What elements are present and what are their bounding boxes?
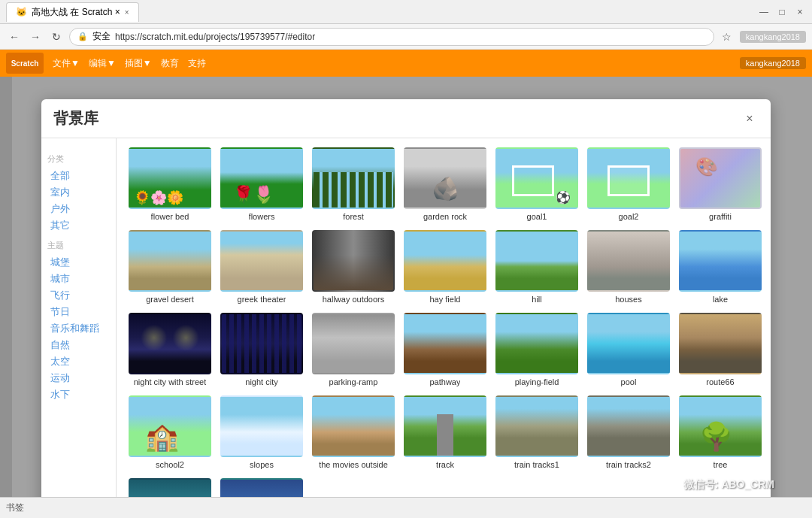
sidebar-item-castle[interactable]: 城堡 — [47, 254, 110, 271]
minimize-button[interactable]: — — [758, 6, 770, 18]
tab-close-button[interactable]: × — [125, 8, 129, 17]
grid-item-movies-outside[interactable]: the movies outside — [312, 395, 395, 469]
item-label-hay-field: hay field — [430, 295, 461, 304]
grid-item-train-tracks1[interactable]: train tracks1 — [495, 395, 578, 469]
grid-item-gravel-desert[interactable]: gravel desert — [129, 230, 211, 304]
item-thumb-flowers — [220, 147, 303, 209]
item-thumb-graffiti — [679, 147, 762, 209]
item-label-flower-bed: flower bed — [151, 212, 189, 221]
sidebar-item-music-dance[interactable]: 音乐和舞蹈 — [47, 320, 110, 337]
categories-section-title: 分类 — [47, 153, 110, 165]
security-label: 安全 — [92, 30, 111, 43]
menu-education[interactable]: 教育 — [158, 56, 182, 71]
scratch-toolbar-right: kangkang2018 — [740, 57, 806, 69]
item-label-track: track — [436, 460, 454, 469]
user-badge[interactable]: kangkang2018 — [740, 31, 806, 43]
sidebar-item-underwater[interactable]: 水下 — [47, 386, 110, 403]
grid-item-playing-field[interactable]: playing-field — [495, 313, 578, 386]
reload-button[interactable]: ↻ — [48, 29, 65, 45]
sidebar-item-city[interactable]: 城市 — [47, 271, 110, 287]
grid-item-pool[interactable]: pool — [587, 313, 670, 386]
grid-item-track[interactable]: track — [404, 395, 486, 469]
status-label: 书签 — [6, 501, 24, 514]
grid-item-goal2[interactable]: goal2 — [587, 147, 670, 221]
scratch-logo[interactable]: Scratch — [6, 53, 44, 74]
item-thumb-playing-field — [495, 313, 578, 374]
grid-item-lake[interactable]: lake — [679, 230, 762, 304]
editor-area: 背景库 × 分类 全部 室内 户外 其它 主题 城堡 城市 飞行 节日 — [0, 77, 812, 518]
item-label-gravel-desert: gravel desert — [146, 295, 194, 304]
grid-item-graffiti[interactable]: graffiti — [679, 147, 762, 221]
sidebar-item-nature[interactable]: 自然 — [47, 337, 110, 353]
maximize-button[interactable]: □ — [776, 6, 788, 18]
item-thumb-route66 — [679, 313, 762, 374]
grid-item-night-city-with-street[interactable]: night city with street — [129, 313, 211, 386]
grid-item-garden-rock[interactable]: garden rock — [404, 147, 486, 221]
sidebar-item-space[interactable]: 太空 — [47, 353, 110, 370]
menu-file[interactable]: 文件▼ — [50, 56, 83, 71]
item-label-movies-outside: the movies outside — [319, 460, 388, 469]
background-library-modal: 背景库 × 分类 全部 室内 户外 其它 主题 城堡 城市 飞行 节日 — [41, 99, 771, 518]
modal-close-button[interactable]: × — [741, 110, 759, 128]
grid-item-flower-bed[interactable]: flower bed — [129, 147, 211, 221]
grid-item-night-city[interactable]: night city — [220, 313, 303, 386]
item-label-pathway: pathway — [430, 377, 461, 386]
sidebar-item-other[interactable]: 其它 — [47, 217, 110, 234]
grid-item-greek-theater[interactable]: greek theater — [220, 230, 303, 304]
item-thumb-hallway-outdoors — [312, 230, 395, 292]
grid-item-hay-field[interactable]: hay field — [404, 230, 486, 304]
url-bar[interactable]: 🔒 安全 https://scratch.mit.edu/projects/19… — [69, 28, 714, 46]
tab-title: 高地大战 在 Scratch × — [32, 6, 120, 19]
item-thumb-night-city-with-street — [129, 313, 211, 374]
browser-tab[interactable]: 🐱 高地大战 在 Scratch × × — [6, 2, 139, 22]
item-thumb-train-tracks1 — [495, 395, 578, 457]
item-thumb-parking-ramp — [312, 313, 395, 374]
sidebar-item-indoor[interactable]: 室内 — [47, 184, 110, 201]
item-thumb-greek-theater — [220, 230, 303, 292]
bookmark-star-icon[interactable]: ☆ — [719, 29, 735, 45]
grid-item-pathway[interactable]: pathway — [404, 313, 486, 386]
security-icon: 🔒 — [77, 32, 88, 41]
grid-item-goal1[interactable]: goal1 — [495, 147, 578, 221]
item-thumb-slopes — [220, 395, 303, 457]
item-label-forest: forest — [343, 212, 364, 221]
grid-item-parking-ramp[interactable]: parking-ramp — [312, 313, 395, 386]
grid-item-flowers[interactable]: flowers — [220, 147, 303, 221]
item-thumb-garden-rock — [404, 147, 486, 209]
grid-item-slopes[interactable]: slopes — [220, 395, 303, 469]
grid-item-houses[interactable]: houses — [587, 230, 670, 304]
back-button[interactable]: ← — [6, 29, 23, 45]
status-bar: 书签 — [0, 497, 812, 518]
sidebar-item-festival[interactable]: 节日 — [47, 304, 110, 320]
menu-tutorial[interactable]: 插图▼ — [122, 56, 155, 71]
grid-item-tree[interactable]: tree — [679, 395, 762, 469]
grid-item-route66[interactable]: route66 — [679, 313, 762, 386]
grid-item-forest[interactable]: forest — [312, 147, 395, 221]
sidebar-item-flying[interactable]: 飞行 — [47, 287, 110, 304]
library-content: flower bedflowersforestgarden rockgoal1g… — [117, 138, 771, 518]
tab-favicon: 🐱 — [16, 7, 27, 17]
menu-support[interactable]: 支持 — [185, 56, 209, 71]
item-label-tree: tree — [714, 460, 728, 469]
scratch-user-badge[interactable]: kangkang2018 — [740, 57, 806, 69]
address-bar: ← → ↻ 🔒 安全 https://scratch.mit.edu/proje… — [0, 24, 812, 50]
item-thumb-school2 — [129, 395, 211, 457]
item-thumb-night-city — [220, 313, 303, 374]
menu-edit[interactable]: 编辑▼ — [86, 56, 119, 71]
item-thumb-forest — [312, 147, 395, 209]
item-label-houses: houses — [615, 295, 641, 304]
sidebar-item-all[interactable]: 全部 — [47, 168, 110, 184]
sidebar-item-sports[interactable]: 运动 — [47, 370, 110, 386]
item-label-greek-theater: greek theater — [238, 295, 286, 304]
forward-button[interactable]: → — [27, 29, 44, 45]
item-label-lake: lake — [713, 295, 728, 304]
grid-item-hill[interactable]: hill — [495, 230, 578, 304]
grid-item-school2[interactable]: school2 — [129, 395, 211, 469]
item-thumb-tree — [679, 395, 762, 457]
grid-item-hallway-outdoors[interactable]: hallway outdoors — [312, 230, 395, 304]
close-window-button[interactable]: × — [794, 6, 806, 18]
item-label-hill: hill — [532, 295, 541, 304]
item-label-goal1: goal1 — [527, 212, 547, 221]
grid-item-train-tracks2[interactable]: train tracks2 — [587, 395, 670, 469]
sidebar-item-outdoor[interactable]: 户外 — [47, 201, 110, 217]
